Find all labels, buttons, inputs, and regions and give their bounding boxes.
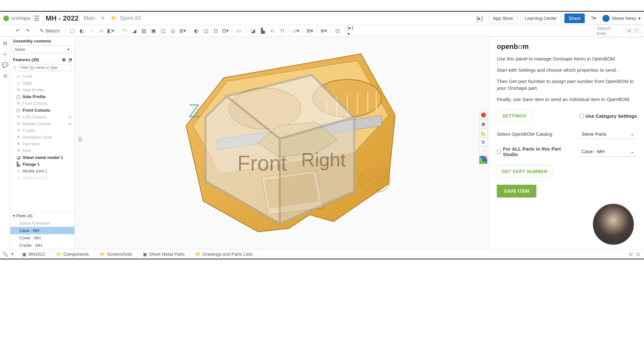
braces-icon[interactable]: {▸} <box>476 15 483 22</box>
transform-icon[interactable]: ⊡ <box>212 27 220 35</box>
mate-icon[interactable]: ⊕▾ <box>320 27 328 35</box>
feature-item[interactable]: ▙Flange 1 <box>10 161 74 168</box>
flange-icon[interactable]: ▙ <box>259 27 267 35</box>
view-cube[interactable]: Front Right Z <box>75 43 476 249</box>
tab-mh2022[interactable]: ▣MH2022 <box>17 250 51 259</box>
feature-item[interactable]: ▢Front Cutouts <box>10 107 74 114</box>
document-title[interactable]: MH - 2022 <box>45 14 79 23</box>
redo-icon[interactable]: ↷ <box>23 27 32 35</box>
help-icon[interactable]: ?▾ <box>591 15 596 21</box>
chamfer-icon[interactable]: ◢ <box>130 27 139 35</box>
folder-name[interactable]: Sprint 83 <box>120 15 141 21</box>
comments-icon[interactable]: 💬 <box>2 62 8 68</box>
feature-item[interactable]: ⊂Modify joint 1 <box>10 168 74 174</box>
feature-item[interactable]: ✎Feet <box>10 147 74 154</box>
learning-center-button[interactable]: Learning Center <box>521 14 561 23</box>
feature-item[interactable]: ✎Side Profile <box>10 87 74 93</box>
var-icon[interactable]: ⊞▾ <box>306 27 314 35</box>
user-menu[interactable]: Steve Hess ▾ <box>602 15 641 22</box>
feature-item[interactable]: ◪Sheet metal model 1 <box>10 154 74 161</box>
plane-icon[interactable]: ▱▾ <box>292 27 300 35</box>
feature-tree-icon[interactable]: ⊟ <box>2 40 8 46</box>
feature-item[interactable]: ✎Ventilation Slots <box>10 134 74 141</box>
feature-item[interactable]: ▢Side Profile <box>10 93 74 100</box>
thicken-icon[interactable]: ◧▾ <box>107 27 115 35</box>
add-tab-icon[interactable]: + <box>11 250 14 258</box>
revolve-icon[interactable]: ◐ <box>78 27 86 35</box>
tab-drawings[interactable]: 📁Drawings and Parts Lists <box>190 250 258 259</box>
tab-components[interactable]: 📁Components <box>51 250 94 259</box>
part-select[interactable]: Case - MH ⌄ <box>579 147 637 157</box>
measure-icon[interactable]: 📐 <box>479 129 487 137</box>
tab-sheetmetal[interactable]: ▣Sheet Metal Parts <box>138 250 190 259</box>
hole-icon[interactable]: ◎ <box>169 27 177 35</box>
search-tabs-icon[interactable]: 🔍 <box>3 252 8 257</box>
for-all-checkbox[interactable]: For ALL Parts in this Part Studio <box>497 146 572 157</box>
units-icon[interactable]: ⊟ <box>629 252 633 257</box>
3d-viewport[interactable]: Front Right Z 🔴 ▣ 📐 ⊞ 📄 ◆ ☰ <box>75 37 489 249</box>
catalog-select[interactable]: Steve Parts ⌄ <box>579 129 637 139</box>
get-part-number-button[interactable]: GET PART NUMBER <box>497 165 553 178</box>
mass-units-icon[interactable]: ⚖ <box>636 252 640 257</box>
list-icon[interactable]: ☰ <box>78 136 82 143</box>
tab-screenshots[interactable]: 📁Screenshots <box>94 250 138 259</box>
custom-icon[interactable]: {▸}▾ <box>347 27 356 35</box>
history-icon[interactable]: ⟲ <box>2 73 8 79</box>
extrude-icon[interactable]: ▢ <box>68 27 76 35</box>
hem-icon[interactable]: ⊂ <box>268 27 277 35</box>
app-store-button[interactable]: App Store <box>489 14 517 23</box>
openbom-icon[interactable]: ◆ <box>479 156 487 164</box>
feature-item[interactable]: ▱Right <box>10 80 74 87</box>
mate-list-icon[interactable]: ⊹ <box>2 51 8 57</box>
feature-item[interactable]: ▱Front <box>10 73 74 80</box>
rollback-icon[interactable]: ◔ <box>68 57 72 62</box>
share-button[interactable]: Share <box>564 14 585 23</box>
part-item[interactable]: Cover - MH <box>10 234 74 242</box>
select-icon[interactable]: ⊡ <box>333 27 342 35</box>
checkbox-input[interactable] <box>579 114 583 118</box>
sheetmetal-icon[interactable]: ◪ <box>249 27 257 35</box>
pattern-icon[interactable]: ⊞▾ <box>178 27 187 35</box>
filter-input[interactable] <box>18 64 72 71</box>
loft-icon[interactable]: ▱ <box>97 27 105 35</box>
branch-name[interactable]: Main <box>84 15 95 21</box>
feature-item[interactable]: ✎LCD Cutouts⇐ <box>10 114 74 120</box>
checkbox-input[interactable] <box>497 150 501 154</box>
rib-icon[interactable]: ◫ <box>159 27 168 35</box>
settings-button[interactable]: SETTINGS <box>497 110 532 122</box>
part-item[interactable]: Cradle - MH <box>10 242 74 249</box>
hamburger-icon[interactable]: ☰ <box>34 14 40 22</box>
feature-item[interactable]: ⊂Modify joint 2 <box>10 174 74 181</box>
add-feature-icon[interactable]: ⊞ <box>62 57 66 62</box>
context-select[interactable]: None ▾ <box>13 45 72 53</box>
fillet-icon[interactable]: ◠ <box>120 27 129 35</box>
surface-icon[interactable]: ▭ <box>235 27 244 35</box>
split-icon[interactable]: ◫ <box>202 27 210 35</box>
undo-icon[interactable]: ↶ <box>14 27 22 35</box>
sketch-button[interactable]: ✎ Sketch <box>37 28 62 34</box>
sweep-icon[interactable]: ⟋ <box>87 27 96 35</box>
feature-item[interactable]: ✎Mantle Cutouts⇐ <box>10 120 74 127</box>
parts-header[interactable]: ▾ Parts (4) <box>10 212 74 219</box>
part-item-selected[interactable]: Case - MH <box>10 227 74 234</box>
appearance-icon[interactable]: 🔴 <box>479 111 487 119</box>
draft-icon[interactable]: ▨ <box>140 27 148 35</box>
use-category-checkbox[interactable]: Use Category Settings <box>579 113 637 119</box>
feature-item[interactable]: ✎Cradle <box>10 127 74 134</box>
export-icon[interactable]: 📄 <box>479 147 487 155</box>
boolean-icon[interactable]: ◐ <box>192 27 201 35</box>
tab-icon[interactable]: ⊓ <box>278 27 286 35</box>
folder-icon[interactable]: 📁 <box>111 15 117 21</box>
feature-item[interactable]: ✎Front Cutouts <box>10 100 74 107</box>
pencil-icon[interactable]: ✎ <box>101 15 105 21</box>
save-item-button[interactable]: SAVE ITEM <box>497 185 536 198</box>
mass-icon[interactable]: ⊞ <box>479 138 487 146</box>
search-tools-input[interactable]: Search tools... alt C <box>594 24 642 38</box>
filter-icon[interactable]: ▽ <box>13 65 16 70</box>
section-icon[interactable]: ▣ <box>479 120 487 128</box>
shell-icon[interactable]: ▣ <box>149 27 158 35</box>
part-item[interactable]: Space Envelope <box>10 219 74 227</box>
feature-item[interactable]: ✎Fan Vent <box>10 141 74 147</box>
delete-icon[interactable]: ⊟▾ <box>221 27 230 35</box>
app-logo[interactable]: onshape <box>3 15 31 21</box>
